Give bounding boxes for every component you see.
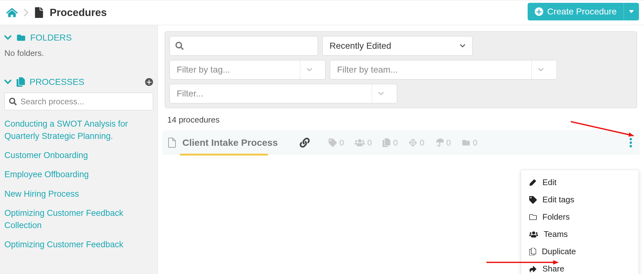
chevron-right-icon: [24, 9, 28, 16]
stat-tags: 0: [329, 138, 344, 148]
stat-copies: 0: [382, 138, 397, 148]
processes-section-header[interactable]: PROCESSES: [4, 77, 153, 87]
menu-duplicate[interactable]: Duplicate: [521, 243, 639, 260]
menu-edit-tags[interactable]: Edit tags: [521, 191, 639, 208]
chevron-down-icon: [372, 84, 390, 103]
plus-circle-icon: [535, 7, 543, 16]
chevron-down-icon: [4, 34, 12, 41]
caret-down-icon: [629, 9, 634, 14]
create-procedure-caret[interactable]: [624, 3, 639, 20]
filter-search[interactable]: [169, 36, 318, 56]
filter-team-select[interactable]: Filter by team...: [330, 60, 557, 79]
link-icon[interactable]: [300, 138, 310, 148]
create-procedure-group: Create Procedure: [528, 3, 639, 20]
filter-team-placeholder: Filter by team...: [337, 65, 398, 75]
filter-tag-placeholder: Filter by tag...: [177, 65, 230, 75]
chevron-down-icon: [300, 60, 318, 79]
stat-teams: 0: [355, 138, 372, 148]
chevron-down-icon: [460, 44, 465, 48]
stat-diamond: 0: [408, 138, 424, 148]
sort-select[interactable]: Recently Edited: [322, 36, 473, 56]
create-procedure-button[interactable]: Create Procedure: [528, 3, 624, 20]
no-folders-text: No folders.: [4, 48, 153, 58]
process-link[interactable]: Optimizing Customer Feedback Collection: [4, 207, 153, 232]
document-icon: [35, 7, 43, 18]
filter-select[interactable]: Filter...: [169, 84, 397, 103]
row-actions-kebab[interactable]: [625, 135, 636, 150]
document-outline-icon: [168, 138, 176, 148]
menu-share[interactable]: Share: [521, 260, 639, 274]
stat-umbrella: 0: [435, 138, 451, 148]
folder-icon: [16, 34, 26, 42]
menu-edit[interactable]: Edit: [521, 174, 639, 191]
svg-point-2: [630, 145, 632, 148]
process-link[interactable]: Optimizing Customer Feedback: [4, 238, 153, 251]
process-link[interactable]: Employee Offboarding: [4, 168, 153, 181]
filter-placeholder: Filter...: [177, 89, 203, 99]
folders-section-header[interactable]: FOLDERS: [4, 33, 153, 43]
create-procedure-label: Create Procedure: [547, 7, 617, 17]
search-icon: [9, 98, 17, 105]
sort-label: Recently Edited: [330, 41, 391, 51]
procedure-title: Client Intake Process: [182, 137, 278, 148]
processes-heading: PROCESSES: [30, 77, 84, 87]
menu-folders[interactable]: Folders: [521, 208, 639, 226]
add-process-button[interactable]: [145, 78, 153, 86]
procedure-underline: [180, 154, 268, 156]
process-link[interactable]: Customer Onboarding: [4, 149, 153, 162]
svg-point-0: [630, 138, 632, 140]
process-link[interactable]: New Hiring Process: [4, 188, 153, 200]
chevron-down-icon: [531, 60, 550, 79]
breadcrumb: Procedures: [6, 7, 107, 19]
svg-point-1: [630, 141, 632, 144]
stat-folder: 0: [462, 138, 477, 148]
procedure-count: 14 procedures: [167, 115, 644, 125]
process-link[interactable]: Conducting a SWOT Analysis for Quarterly…: [4, 118, 153, 142]
home-icon[interactable]: [6, 8, 18, 18]
sidebar: FOLDERS No folders. PROCESSES Conducting…: [0, 25, 158, 274]
search-icon: [175, 42, 184, 50]
search-process-field[interactable]: [4, 93, 153, 110]
chevron-down-icon: [4, 79, 12, 85]
header-bar: Procedures Create Procedure: [0, 0, 644, 25]
procedure-stats: 0 0 0 0 0: [329, 138, 477, 148]
main: Recently Edited Filter by tag... Filter …: [158, 25, 644, 274]
page-title: Procedures: [50, 7, 107, 19]
body: FOLDERS No folders. PROCESSES Conducting…: [0, 25, 644, 274]
menu-teams[interactable]: Teams: [521, 226, 639, 243]
folders-heading: FOLDERS: [30, 33, 72, 43]
search-process-input[interactable]: [20, 97, 148, 107]
copy-icon: [16, 77, 25, 87]
procedure-row[interactable]: Client Intake Process 0 0 0: [162, 130, 640, 155]
filter-bar: Recently Edited Filter by tag... Filter …: [165, 31, 637, 108]
context-menu: Edit Edit tags Folders Teams Duplicate S…: [521, 170, 639, 274]
filter-tag-select[interactable]: Filter by tag...: [169, 60, 325, 79]
